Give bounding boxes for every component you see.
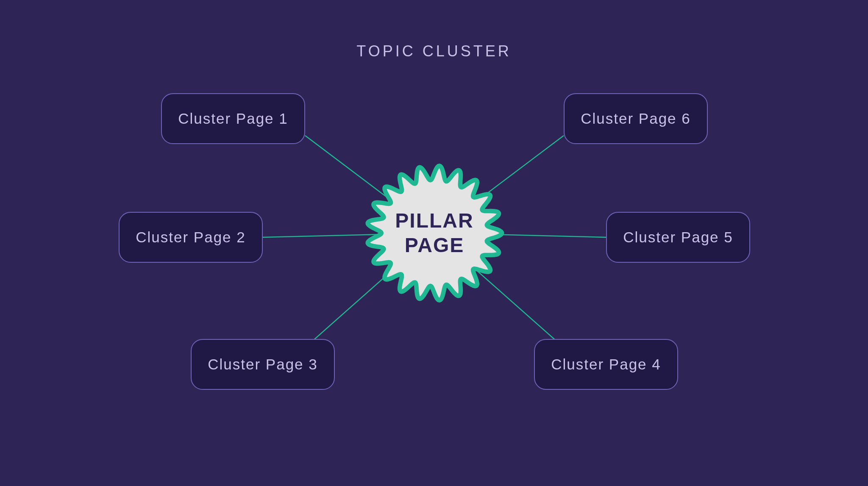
cluster-node-label: Cluster Page 6 [581, 110, 691, 127]
cluster-node-1: Cluster Page 1 [161, 93, 305, 144]
cluster-node-label: Cluster Page 2 [136, 229, 246, 246]
cluster-node-label: Cluster Page 4 [551, 356, 661, 373]
cluster-node-3: Cluster Page 3 [191, 339, 335, 390]
diagram-title: TOPIC CLUSTER [356, 42, 511, 60]
cluster-node-4: Cluster Page 4 [534, 339, 678, 390]
pillar-page-label: PILLAR PAGE [395, 208, 473, 257]
cluster-node-label: Cluster Page 1 [178, 110, 288, 127]
cluster-node-6: Cluster Page 6 [564, 93, 708, 144]
cluster-node-label: Cluster Page 5 [623, 229, 733, 246]
cluster-node-5: Cluster Page 5 [606, 212, 750, 263]
pillar-page-badge: PILLAR PAGE [358, 157, 511, 309]
cluster-node-2: Cluster Page 2 [119, 212, 263, 263]
cluster-node-label: Cluster Page 3 [208, 356, 318, 373]
